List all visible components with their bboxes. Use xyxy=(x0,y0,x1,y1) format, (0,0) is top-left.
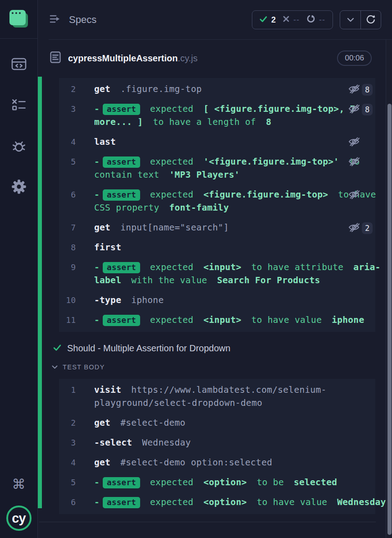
assert-message-segment: expected xyxy=(150,315,193,325)
assert-command-row[interactable]: 5-assertexpected<option>to beselected xyxy=(59,473,375,492)
command-row[interactable]: 2get.figure.img-top 8 xyxy=(59,79,375,99)
duration-badge: 00:06 xyxy=(337,51,372,66)
row-indicators xyxy=(348,241,373,254)
assert-message-segment: 8 xyxy=(266,117,271,127)
section-divider xyxy=(39,522,376,522)
command-row[interactable]: 2get#select-demo xyxy=(59,413,375,433)
assert-message-segment: <option> xyxy=(203,477,246,487)
command-name: -type xyxy=(94,295,121,305)
command-number: 2 xyxy=(59,416,76,429)
main-panel: Specs 2 -- xyxy=(38,0,392,538)
sidebar-item-specs[interactable] xyxy=(9,54,29,74)
hidden-eye-icon xyxy=(348,84,360,96)
row-indicators: 2 xyxy=(348,221,373,234)
cypress-cy-logo[interactable]: cy xyxy=(6,506,32,531)
assert-message-segment: CSS property xyxy=(94,202,159,213)
command-argument: input[name="search"] xyxy=(120,222,229,233)
command-argument: https://www.lambdatest.com/selenium- xyxy=(131,385,326,395)
assert-message-segment: <option> xyxy=(203,497,246,507)
command-name: get xyxy=(94,84,110,94)
command-log: 2get.figure.img-top 83-assertexpected[ <… xyxy=(38,77,386,538)
assert-dash: - xyxy=(94,189,100,200)
hidden-eye-icon xyxy=(348,104,360,129)
command-row[interactable]: 10-typeiphone xyxy=(59,290,375,310)
command-row[interactable]: 8first xyxy=(59,238,375,258)
command-argument: playground/select-dropdown-demo xyxy=(94,398,262,408)
assert-message-segment: expected xyxy=(150,156,193,167)
command-argument: #select-demo option:selected xyxy=(120,457,272,468)
test-stats[interactable]: 2 -- -- xyxy=(252,10,333,29)
spec-header[interactable]: cypressMultipleAssertion.cy.js 00:06 xyxy=(38,40,392,77)
command-row[interactable]: 4last xyxy=(59,132,375,152)
sidebar: ⌘ cy xyxy=(0,0,38,538)
sidebar-item-runs[interactable] xyxy=(9,95,29,115)
assert-command-row[interactable]: 6-assertexpected<option>to have valueWed… xyxy=(59,492,375,512)
assert-command-row[interactable]: 5-assertexpected'<figure.figure.img-top>… xyxy=(59,152,375,185)
specs-browser-icon xyxy=(11,57,27,71)
assert-message-segment: contain text xyxy=(94,170,159,180)
assert-message-segment: [ <figure.figure.img-top>, 7 xyxy=(203,104,355,114)
debug-bug-icon xyxy=(11,138,27,154)
command-row[interactable]: 1visithttps://www.lambdatest.com/seleniu… xyxy=(59,380,375,413)
failed-count: -- xyxy=(293,15,300,25)
assert-command-row[interactable]: 9-assertexpected<input>to have attribute… xyxy=(59,258,375,290)
assert-message-segment: to have value xyxy=(257,497,328,507)
assert-badge: assert xyxy=(103,497,140,508)
assert-dash: - xyxy=(94,497,100,507)
app-logo-area[interactable] xyxy=(0,0,37,39)
command-row[interactable]: 4get#select-demo option:selected xyxy=(59,453,375,473)
spec-extension: .cy.js xyxy=(178,53,197,63)
collapse-button[interactable] xyxy=(340,11,360,29)
sidebar-item-debug[interactable] xyxy=(9,136,29,156)
command-number: 5 xyxy=(59,155,76,181)
command-number: 2 xyxy=(59,83,76,96)
sidebar-item-shortcuts[interactable]: ⌘ xyxy=(9,474,29,494)
row-indicators xyxy=(348,188,373,214)
row-indicators xyxy=(348,496,373,509)
passed-count: 2 xyxy=(271,15,276,25)
test-body-toggle[interactable]: TEST BODY xyxy=(52,363,386,371)
assert-badge: assert xyxy=(103,104,140,115)
assert-message-segment: to have value xyxy=(251,315,322,325)
assert-command-row[interactable]: 6-assertexpected<figure.figure.img-top>t… xyxy=(59,185,375,218)
stat-pending: -- xyxy=(307,15,325,25)
refresh-icon xyxy=(366,14,375,25)
test-title: Should - Multiple Assertion for Dropdown xyxy=(67,343,230,354)
scrollbar-track[interactable] xyxy=(386,40,392,538)
spec-file-icon xyxy=(50,51,61,65)
assert-message-segment: '<figure.figure.img-top>' xyxy=(203,156,339,167)
keyboard-shortcuts-icon: ⌘ xyxy=(12,476,26,492)
command-row[interactable]: 7getinput[name="search"] 2 xyxy=(59,218,375,238)
expand-specs-menu-icon[interactable] xyxy=(50,14,62,26)
command-name: get xyxy=(94,418,110,428)
row-indicators xyxy=(348,261,373,287)
row-indicators xyxy=(348,456,373,469)
command-number: 11 xyxy=(59,313,76,326)
assert-message-segment: to have attribute xyxy=(251,262,344,272)
scrollbar-thumb[interactable] xyxy=(387,104,392,535)
assert-message-segment: <input> xyxy=(203,262,241,272)
spec-name: cypressMultipleAssertion.cy.js xyxy=(68,53,330,64)
command-number: 6 xyxy=(59,496,76,509)
assert-badge: assert xyxy=(103,156,140,168)
chevron-down-icon xyxy=(52,363,58,371)
rerun-button[interactable] xyxy=(360,11,381,29)
command-argument: #select-demo xyxy=(120,418,185,428)
command-row[interactable]: 3-selectWednesday xyxy=(59,433,375,453)
sidebar-item-settings[interactable] xyxy=(9,177,29,197)
stat-passed: 2 xyxy=(260,15,276,25)
reporter-header: Specs 2 -- xyxy=(38,0,392,40)
command-number: 7 xyxy=(59,221,76,234)
assert-message-segment: 'MP3 Players' xyxy=(169,170,240,180)
assert-command-row[interactable]: 3-assertexpected[ <figure.figure.img-top… xyxy=(59,99,375,132)
settings-gear-icon xyxy=(11,179,27,195)
command-name: -select xyxy=(94,437,132,448)
assert-message-segment: expected xyxy=(150,477,193,487)
assert-message-segment: label xyxy=(94,275,121,285)
check-icon xyxy=(260,16,267,24)
cypress-app-logo-icon xyxy=(9,9,29,29)
element-count-badge: 8 xyxy=(362,84,373,96)
assert-dash: - xyxy=(94,156,100,167)
assert-command-row[interactable]: 11-assertexpected<input>to have valueiph… xyxy=(59,310,375,330)
test-title-row[interactable]: Should - Multiple Assertion for Dropdown xyxy=(53,343,386,354)
